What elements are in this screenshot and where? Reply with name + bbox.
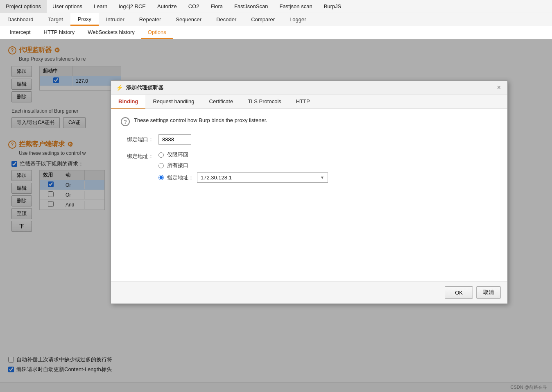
dialog-title-text: 添加代理侦听器 xyxy=(126,84,163,91)
tab-http-history[interactable]: HTTP history xyxy=(37,26,81,39)
menu-fiora[interactable]: Fiora xyxy=(205,0,228,13)
menu-fastjson-scan[interactable]: Fastjson scan xyxy=(274,0,318,13)
menu-learn[interactable]: Learn xyxy=(88,0,113,13)
dialog-title-bar: ⚡ 添加代理侦听器 × xyxy=(111,81,507,95)
add-listener-dialog: ⚡ 添加代理侦听器 × Binding Request handling Cer… xyxy=(111,80,508,304)
radio-loopback-row: 仅限环回 xyxy=(158,151,328,159)
radio-all-label: 所有接口 xyxy=(167,162,188,169)
bind-address-row: 绑定地址： 仅限环回 所有接口 指定地址： xyxy=(121,151,498,183)
radio-specific-label: 指定地址： xyxy=(167,174,194,181)
radio-loopback[interactable] xyxy=(158,152,164,158)
binding-info-icon: ? xyxy=(121,117,130,126)
menu-co2[interactable]: CO2 xyxy=(183,0,205,13)
nav-target[interactable]: Target xyxy=(41,13,70,26)
binding-info-text: These settings control how Burp binds th… xyxy=(134,117,267,123)
dialog-footer: OK 取消 xyxy=(111,281,507,304)
radio-all-interfaces[interactable] xyxy=(158,163,164,168)
dialog-tab-binding[interactable]: Binding xyxy=(111,95,145,109)
nav-repeater[interactable]: Repeater xyxy=(132,13,168,26)
dialog-body: ? These settings control how Burp binds … xyxy=(111,109,507,281)
radio-all-row: 所有接口 xyxy=(158,162,328,169)
dropdown-arrow-icon: ▼ xyxy=(320,175,324,180)
nav-proxy[interactable]: Proxy xyxy=(70,13,99,26)
menu-project-options[interactable]: Project options xyxy=(0,0,47,13)
nav-logger[interactable]: Logger xyxy=(282,13,313,26)
dialog-tab-request-handling[interactable]: Request handling xyxy=(145,95,201,109)
nav-comparer[interactable]: Comparer xyxy=(244,13,282,26)
dialog-ok-button[interactable]: OK xyxy=(445,286,473,299)
nav-intruder[interactable]: Intruder xyxy=(99,13,132,26)
menu-burpjs[interactable]: BurpJS xyxy=(318,0,347,13)
lightning-icon: ⚡ xyxy=(116,84,123,91)
dialog-close-button[interactable]: × xyxy=(495,84,502,91)
menu-user-options[interactable]: User options xyxy=(47,0,88,13)
bind-address-label: 绑定地址： xyxy=(121,153,154,160)
dialog-tab-http[interactable]: HTTP xyxy=(289,95,317,109)
specific-address-value: 172.30.128.1 xyxy=(201,174,232,181)
tab-intercept[interactable]: Intercept xyxy=(3,26,37,39)
dialog-cancel-button[interactable]: 取消 xyxy=(476,286,501,299)
nav-bar: Dashboard Target Proxy Intruder Repeater… xyxy=(0,13,552,26)
specific-address-select[interactable]: 172.30.128.1 ▼ xyxy=(197,172,328,183)
dialog-tabs: Binding Request handling Certificate TLS… xyxy=(111,95,507,109)
nav-sequencer[interactable]: Sequencer xyxy=(168,13,209,26)
radio-loopback-label: 仅限环回 xyxy=(167,151,188,159)
bind-port-row: 绑定端口： xyxy=(121,134,498,145)
menu-fastjsonscan[interactable]: FastJsonScan xyxy=(228,0,274,13)
nav-dashboard[interactable]: Dashboard xyxy=(0,13,41,26)
bind-address-radio-group: 仅限环回 所有接口 指定地址： 172.30.128.1 ▼ xyxy=(158,151,328,183)
top-menu-bar: Project options User options Learn log4j… xyxy=(0,0,552,13)
tab-websockets-history[interactable]: WebSockets history xyxy=(81,26,141,39)
menu-log4j2[interactable]: log4j2 RCE xyxy=(113,0,152,13)
sub-tabs: Intercept HTTP history WebSockets histor… xyxy=(0,26,552,39)
radio-specific-address[interactable] xyxy=(158,175,164,180)
menu-autorize[interactable]: Autorize xyxy=(152,0,183,13)
bind-port-label: 绑定端口： xyxy=(121,136,154,143)
nav-decoder[interactable]: Decoder xyxy=(209,13,244,26)
dialog-info: ? These settings control how Burp binds … xyxy=(121,117,498,126)
dialog-tab-certificate[interactable]: Certificate xyxy=(202,95,241,109)
bind-port-input[interactable] xyxy=(158,134,191,145)
main-content: ? 代理监听器 ⚙ Burp Proxy uses listeners to r… xyxy=(0,39,552,392)
radio-specific-row: 指定地址： 172.30.128.1 ▼ xyxy=(158,172,328,183)
dialog-title: ⚡ 添加代理侦听器 xyxy=(116,84,163,91)
dialog-tab-tls-protocols[interactable]: TLS Protocols xyxy=(240,95,289,109)
tab-options[interactable]: Options xyxy=(141,26,173,39)
